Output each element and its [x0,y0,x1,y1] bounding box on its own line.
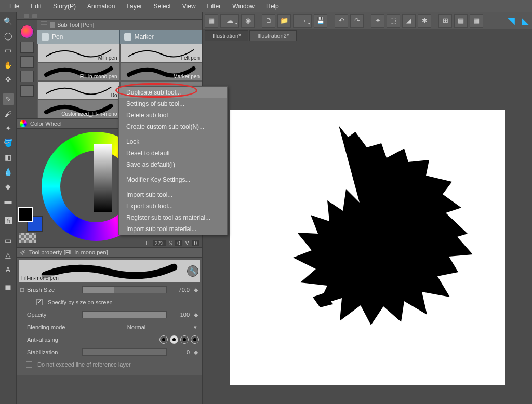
menu-item-register-sub-tool-as-material---[interactable]: Register sub tool as material... [119,212,227,223]
redo-icon[interactable]: ↷ [350,14,364,28]
menu-item-modifier-key-settings---[interactable]: Modifier Key Settings... [119,174,227,185]
subtool-milli-pen[interactable]: Milli pen [37,44,120,62]
spiral-icon[interactable]: ◉ [241,14,255,28]
rect-tool-icon[interactable]: ▭ [3,45,14,56]
fg-bg-swatch[interactable] [18,207,33,222]
file-tab-illustration[interactable]: Illustration* [205,30,248,41]
subtool-tab[interactable]: Sub Tool [Pen] [37,20,202,30]
brush-marker-icon[interactable] [20,56,34,68]
subtool-group-marker[interactable]: Marker [120,30,203,44]
color-tool-icon[interactable]: ▀ [3,284,14,295]
subtool-do[interactable]: Do [37,81,120,100]
menu-edit[interactable]: Edit [25,2,47,11]
menu-window[interactable]: Window [227,2,260,11]
pen-tool-icon[interactable]: ✎ [3,93,14,105]
erase-tool-icon[interactable]: ◧ [3,152,14,163]
paint-tool-icon[interactable]: 🪣 [3,137,14,149]
mix-tool-icon[interactable]: 💧 [3,166,14,178]
menu-filter[interactable]: Filter [202,2,227,11]
subtool-felt-pen[interactable]: Felt pen [120,44,203,62]
clear-icon[interactable]: ✦ [371,14,384,28]
ruler-icon[interactable]: ▤ [454,14,468,28]
grid-icon[interactable]: ▦ [205,14,218,28]
page-dropdown[interactable]: ▭▾ [293,14,312,28]
menu-item-export-sub-tool---[interactable]: Export sub tool... [119,200,227,212]
menu-select[interactable]: Select [148,2,176,11]
dock-grip[interactable] [17,12,202,20]
brush-tip-pointer-icon[interactable] [20,25,34,38]
menu-item-lock[interactable]: Lock [119,136,227,147]
brush-tool-icon[interactable]: 🖌 [3,108,14,119]
menu-item-import-sub-tool---[interactable]: Import sub tool... [119,189,227,200]
tri-tool-icon[interactable]: △ [3,249,14,261]
specify-checkbox[interactable] [36,299,43,305]
brush-custom2-icon[interactable] [20,85,34,97]
menu-animation[interactable]: Animation [82,2,120,11]
transparent-swatch[interactable] [19,233,36,243]
menu-item-save-as-default-i-[interactable]: Save as default(I) [119,159,227,170]
menu-help[interactable]: Help [261,2,284,11]
shape-tool-icon[interactable]: ▭ [3,235,14,246]
accent-left-icon[interactable]: ◥ [504,12,518,29]
marquee-icon[interactable]: ▦ [470,14,483,28]
chevron-down-icon[interactable]: ▾ [194,324,199,331]
menu-file[interactable]: File [4,2,24,11]
magnify-tool-icon[interactable]: 🔍 [3,16,14,27]
exceed-checkbox[interactable] [26,361,32,368]
hue-value[interactable]: 223 [153,240,166,246]
subtool-fill-in-mono-pen[interactable]: Fill-in-mono pen [37,62,120,81]
stepper-icon[interactable]: ◆ [194,349,199,356]
menu-item-create-custom-sub-tool-n----[interactable]: Create custom sub tool(N)... [119,121,227,132]
transform-icon[interactable]: ✱ [418,14,431,28]
menu-item-reset-to-default[interactable]: Reset to default [119,147,227,159]
opacity-value[interactable]: 100 [170,312,191,318]
expand-icon[interactable]: ⊟ [20,287,24,293]
stab-value[interactable]: 0 [170,349,191,355]
undo-icon[interactable]: ↶ [335,14,348,28]
menu-item-delete-sub-tool[interactable]: Delete sub tool [119,110,227,121]
a-tool-icon[interactable]: A [3,264,14,275]
brush-size-value[interactable]: 70.0 [170,287,191,293]
val-value[interactable]: 0 [192,240,199,246]
wrench-icon[interactable]: 🔧 [187,265,198,277]
sat-value[interactable]: 0 [175,240,182,246]
menu-layer[interactable]: Layer [121,2,147,11]
subtool-group-pen[interactable]: Pen [37,30,120,44]
grad-tool-icon[interactable]: ▬ [3,195,14,207]
erase-icon[interactable]: ◢ [402,14,416,28]
subtool-marker-pen[interactable]: Marker pen [120,62,203,81]
cloud-dropdown[interactable]: ☁▾ [220,14,239,28]
menu-item-settings-of-sub-tool---[interactable]: Settings of sub tool... [119,98,227,110]
aa-options[interactable] [159,335,199,344]
new-icon[interactable]: 🗋 [262,14,275,28]
brush-custom-icon[interactable] [20,71,34,82]
circle-tool-icon[interactable]: ◯ [3,30,14,42]
text-tool-icon[interactable]: 🅰 [3,215,14,226]
sv-box[interactable] [94,144,112,212]
open-icon[interactable]: 📁 [277,14,291,28]
hand-tool-icon[interactable]: ✋ [3,59,14,71]
foreground-swatch[interactable] [18,207,33,222]
tool-property-tab[interactable]: Tool property [Fill-in-mono pen] [17,247,202,258]
subtool-customized-fill-in-mono[interactable]: Customized_fill-in-mono [37,100,120,118]
blend-value[interactable]: Normal [82,324,191,330]
brush-size-slider[interactable] [82,286,167,293]
snap-icon[interactable]: ⊞ [438,14,452,28]
menu-storyp[interactable]: Story(P) [48,2,81,11]
save-icon[interactable]: 💾 [314,14,327,28]
stepper-icon[interactable]: ◆ [194,312,199,318]
accent-right-icon[interactable]: ◣ [518,12,532,29]
menu-item-import-sub-tool-material---[interactable]: Import sub tool material... [119,223,227,235]
menu-view[interactable]: View [177,2,201,11]
fill-tool-icon[interactable]: ◆ [3,181,14,192]
brush-pen-icon[interactable] [20,42,34,53]
file-tab-illustration2[interactable]: Illustration2* [249,30,297,41]
menu-item-duplicate-sub-tool---[interactable]: Duplicate sub tool... [119,87,227,98]
stab-slider[interactable] [82,348,167,356]
stepper-icon[interactable]: ◆ [194,287,199,293]
canvas-viewport[interactable] [203,41,532,404]
move-tool-icon[interactable]: ✥ [3,74,14,85]
opacity-slider[interactable] [82,311,167,318]
air-tool-icon[interactable]: ✦ [3,123,14,134]
select-all-icon[interactable]: ⬚ [387,14,400,28]
